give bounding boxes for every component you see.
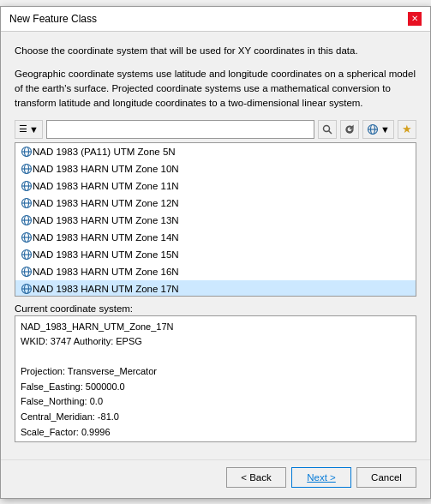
list-item-label: NAD 1983 HARN UTM Zone 12N [33, 198, 179, 208]
star-icon: ★ [402, 123, 412, 135]
list-item-label: NAD 1983 HARN UTM Zone 17N [33, 284, 179, 294]
globe-icon [367, 123, 379, 135]
cs-name: NAD_1983_HARN_UTM_Zone_17N [21, 320, 410, 335]
description1: Choose the coordinate system that will b… [15, 44, 416, 58]
cs-blank [21, 350, 410, 365]
list-item[interactable]: NAD 1983 (PA11) UTM Zone 5N [15, 143, 416, 160]
button-row: < Back Next > Cancel [1, 459, 430, 498]
cs-latitude-of-origin: Latitude_Of_Origin: 0.0 [21, 440, 410, 441]
globe-icon [21, 163, 33, 175]
globe-icon [21, 231, 33, 243]
svg-point-0 [324, 125, 330, 131]
filter-chevron: ▼ [29, 124, 39, 135]
coordinate-list[interactable]: NAD 1983 (PA11) UTM Zone 5N NAD 1983 HAR… [15, 142, 416, 297]
globe-icon [21, 249, 33, 261]
cs-false-northing: False_Northing: 0.0 [21, 394, 410, 410]
filter-icon: ☰ [19, 123, 27, 135]
cancel-button[interactable]: Cancel [356, 467, 416, 488]
globe-icon [21, 180, 33, 192]
cs-wkid: WKID: 3747 Authority: EPSG [21, 334, 410, 350]
list-item-label: NAD 1983 (PA11) UTM Zone 5N [33, 147, 176, 157]
svg-line-1 [329, 130, 332, 134]
dialog: New Feature Class ✕ Choose the coordinat… [0, 6, 431, 499]
list-item-label: NAD 1983 HARN UTM Zone 16N [33, 267, 179, 277]
list-item[interactable]: NAD 1983 HARN UTM Zone 16N [15, 263, 416, 280]
list-item[interactable]: NAD 1983 HARN UTM Zone 13N [15, 212, 416, 229]
cs-central-meridian: Central_Meridian: -81.0 [21, 410, 410, 425]
favorite-button[interactable]: ★ [398, 120, 416, 139]
title-bar: New Feature Class ✕ [1, 7, 430, 32]
list-item-label: NAD 1983 HARN UTM Zone 14N [33, 232, 179, 243]
search-toolbar: ☰ ▼ ▼ [15, 120, 416, 139]
filter-dropdown[interactable]: ☰ ▼ [15, 120, 43, 139]
globe-icon [21, 266, 33, 278]
current-system-box: NAD_1983_HARN_UTM_Zone_17N WKID: 3747 Au… [15, 315, 416, 442]
search-icon [322, 124, 332, 135]
cs-scale-factor: Scale_Factor: 0.9996 [21, 425, 410, 441]
globe-icon [21, 197, 33, 209]
globe-chevron: ▼ [380, 124, 390, 135]
description2: Geographic coordinate systems use latitu… [15, 67, 416, 111]
globe-dropdown[interactable]: ▼ [362, 120, 394, 139]
main-content: Choose the coordinate system that will b… [1, 32, 430, 451]
globe-icon [21, 283, 33, 295]
list-item-label: NAD 1983 HARN UTM Zone 10N [33, 164, 179, 174]
list-item-label: NAD 1983 HARN UTM Zone 11N [33, 181, 179, 191]
dialog-title: New Feature Class [9, 13, 97, 25]
list-item[interactable]: NAD 1983 HARN UTM Zone 14N [15, 229, 416, 246]
list-item-label: NAD 1983 HARN UTM Zone 15N [33, 249, 179, 260]
search-button[interactable] [318, 120, 337, 139]
refresh-icon [344, 124, 355, 135]
list-item[interactable]: NAD 1983 HARN UTM Zone 12N [15, 195, 416, 212]
list-item[interactable]: NAD 1983 HARN UTM Zone 11N [15, 177, 416, 195]
list-item-selected[interactable]: NAD 1983 HARN UTM Zone 17N [15, 280, 416, 297]
next-button[interactable]: Next > [291, 467, 351, 488]
cs-projection: Projection: Transverse_Mercator [21, 364, 410, 380]
cs-false-easting: False_Easting: 500000.0 [21, 380, 410, 395]
list-item[interactable]: NAD 1983 HARN UTM Zone 15N [15, 246, 416, 263]
search-input[interactable] [46, 120, 314, 139]
list-item-label: NAD 1983 HARN UTM Zone 13N [33, 215, 179, 225]
globe-icon [21, 214, 33, 226]
current-system-label: Current coordinate system: [15, 303, 416, 314]
close-button[interactable]: ✕ [408, 12, 422, 26]
refresh-button[interactable] [340, 120, 359, 139]
list-item[interactable]: NAD 1983 HARN UTM Zone 10N [15, 160, 416, 177]
globe-icon [21, 146, 33, 158]
back-button[interactable]: < Back [226, 467, 286, 488]
